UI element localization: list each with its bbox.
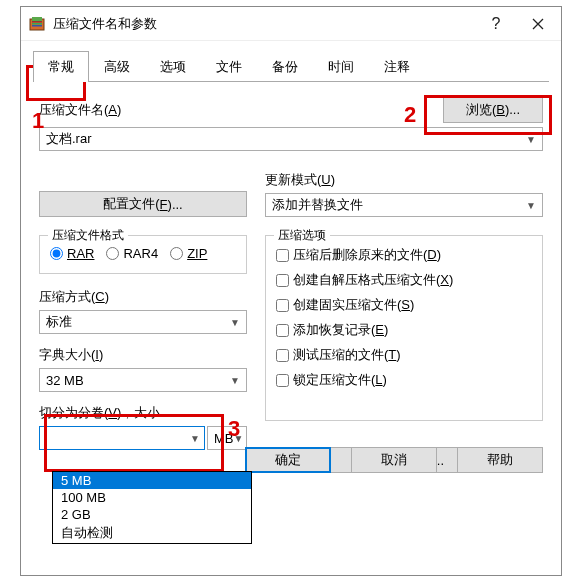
radio-rar4[interactable]: RAR4 bbox=[106, 246, 158, 261]
tab-general[interactable]: 常规 bbox=[33, 51, 89, 82]
split-unit-value: MB bbox=[214, 431, 234, 446]
archive-name-label: 压缩文件名(A) bbox=[39, 101, 121, 119]
window-title: 压缩文件名和参数 bbox=[53, 15, 475, 33]
split-size-dropdown: 5 MB 100 MB 2 GB 自动检测 bbox=[52, 471, 252, 544]
method-value: 标准 bbox=[46, 313, 72, 331]
chevron-down-icon: ▼ bbox=[526, 200, 536, 211]
dict-combo[interactable]: 32 MB ▼ bbox=[39, 368, 247, 392]
chevron-down-icon: ▼ bbox=[190, 433, 200, 444]
options-group: 压缩选项 压缩后删除原来的文件(D) 创建自解压格式压缩文件(X) 创建固实压缩… bbox=[265, 235, 543, 421]
tab-backup[interactable]: 备份 bbox=[257, 51, 313, 82]
radio-zip[interactable]: ZIP bbox=[170, 246, 207, 261]
method-combo[interactable]: 标准 ▼ bbox=[39, 310, 247, 334]
tab-files[interactable]: 文件 bbox=[201, 51, 257, 82]
dict-label: 字典大小(I) bbox=[39, 346, 247, 364]
chevron-down-icon: ▼ bbox=[230, 375, 240, 386]
app-icon bbox=[29, 16, 45, 32]
cancel-button[interactable]: 取消 bbox=[351, 447, 437, 473]
method-label: 压缩方式(C) bbox=[39, 288, 247, 306]
split-size-combo[interactable]: ▼ bbox=[39, 426, 205, 450]
format-legend: 压缩文件格式 bbox=[48, 227, 128, 244]
check-lock[interactable]: 锁定压缩文件(L) bbox=[276, 371, 532, 389]
dict-value: 32 MB bbox=[46, 373, 84, 388]
split-unit-combo[interactable]: MB ▼ bbox=[207, 426, 247, 450]
split-option-100mb[interactable]: 100 MB bbox=[53, 489, 251, 506]
archive-name-value: 文档.rar bbox=[46, 130, 92, 148]
chevron-down-icon: ▼ bbox=[234, 433, 244, 444]
footer-buttons: 确定 取消 帮助 bbox=[245, 447, 543, 473]
profiles-button[interactable]: 配置文件(F)... bbox=[39, 191, 247, 217]
help-icon[interactable]: ? bbox=[475, 9, 517, 39]
split-label: 切分为分卷(V)，大小 bbox=[39, 404, 247, 422]
archive-name-combo[interactable]: 文档.rar ▼ bbox=[39, 127, 543, 151]
update-mode-label: 更新模式(U) bbox=[265, 171, 543, 189]
svg-rect-3 bbox=[32, 21, 42, 23]
tab-advanced[interactable]: 高级 bbox=[89, 51, 145, 82]
help-button[interactable]: 帮助 bbox=[457, 447, 543, 473]
check-sfx[interactable]: 创建自解压格式压缩文件(X) bbox=[276, 271, 532, 289]
chevron-down-icon: ▼ bbox=[230, 317, 240, 328]
split-option-2gb[interactable]: 2 GB bbox=[53, 506, 251, 523]
browse-button[interactable]: 浏览(B)... bbox=[443, 97, 543, 123]
tab-comment[interactable]: 注释 bbox=[369, 51, 425, 82]
update-mode-combo[interactable]: 添加并替换文件 ▼ bbox=[265, 193, 543, 217]
chevron-down-icon: ▼ bbox=[526, 134, 536, 145]
check-recovery[interactable]: 添加恢复记录(E) bbox=[276, 321, 532, 339]
tab-options[interactable]: 选项 bbox=[145, 51, 201, 82]
titlebar: 压缩文件名和参数 ? bbox=[21, 7, 561, 41]
update-mode-value: 添加并替换文件 bbox=[272, 196, 363, 214]
ok-button[interactable]: 确定 bbox=[245, 447, 331, 473]
tab-bar: 常规 高级 选项 文件 备份 时间 注释 bbox=[21, 41, 561, 82]
options-legend: 压缩选项 bbox=[274, 227, 330, 244]
radio-rar[interactable]: RAR bbox=[50, 246, 94, 261]
split-option-auto[interactable]: 自动检测 bbox=[53, 523, 251, 543]
check-solid[interactable]: 创建固实压缩文件(S) bbox=[276, 296, 532, 314]
dialog-body: 压缩文件名(A) 浏览(B)... 文档.rar ▼ 配置文件(F)... 更新… bbox=[21, 83, 561, 487]
format-group: 压缩文件格式 RAR RAR4 ZIP bbox=[39, 235, 247, 274]
split-option-5mb[interactable]: 5 MB bbox=[53, 472, 251, 489]
check-delete-after[interactable]: 压缩后删除原来的文件(D) bbox=[276, 246, 532, 264]
svg-rect-5 bbox=[32, 25, 42, 27]
svg-rect-4 bbox=[32, 23, 42, 25]
svg-rect-2 bbox=[32, 17, 42, 21]
close-icon[interactable] bbox=[517, 9, 559, 39]
check-test[interactable]: 测试压缩的文件(T) bbox=[276, 346, 532, 364]
tab-time[interactable]: 时间 bbox=[313, 51, 369, 82]
